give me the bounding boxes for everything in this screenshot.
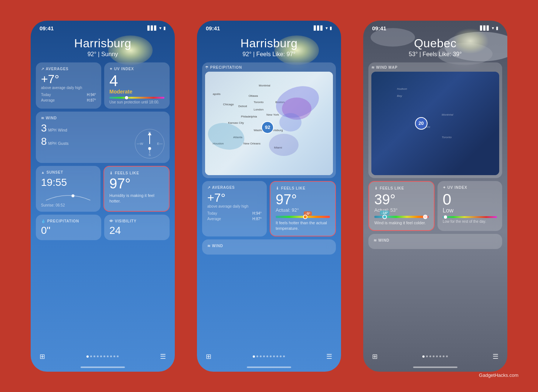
map-icon-2[interactable]: ⊞ [206, 352, 211, 361]
dot-5[interactable] [100, 355, 102, 357]
list-icon-3[interactable]: ☰ [493, 352, 498, 361]
precip-value-1: 0" [41, 225, 96, 236]
page-dots-3 [422, 355, 448, 358]
dot2-2[interactable] [256, 355, 258, 357]
precipitation-widget-1: 💧 PRECIPITATION 0" [36, 215, 101, 240]
map-label-montreal: Montréal [259, 84, 270, 87]
eye-icon-1: 👁 [109, 219, 113, 223]
dot3-4[interactable] [433, 355, 435, 357]
wind-map-inner-3: Hudson Bay Montréal Toronto Quebec 20 [371, 72, 499, 175]
dot-8[interactable] [110, 355, 112, 357]
uv-widget-1: ✦ UV INDEX 4 Moderate Use sun protection… [104, 62, 170, 109]
visibility-widget-1: 👁 VISIBILITY 24 [104, 215, 170, 240]
dot2-7[interactable] [273, 355, 275, 357]
feels-desc-1: Humidity is making it feel hotter. [109, 193, 164, 204]
uv-value-3: 0 [443, 192, 497, 207]
map-label-inapolis: apolis [213, 92, 221, 96]
dot-7[interactable] [107, 355, 109, 357]
avg-value-1: +7° [41, 73, 96, 85]
dot3-3[interactable] [429, 355, 431, 357]
phone-2: 09:41 ▋▋▋ ▾ ▮ Harrisburg 92° | Feels Lik… [197, 21, 341, 372]
map-icon-1[interactable]: ⊞ [40, 352, 45, 361]
city-temp-3: 53° | Feels Like: 39° [371, 51, 500, 58]
dot2-5[interactable] [266, 355, 268, 357]
map-label-chicago: Chicago [223, 103, 234, 106]
dot3-1[interactable] [422, 355, 425, 358]
averages-widget-2: ↗ AVERAGES +7° above average daily high … [202, 181, 267, 237]
avg-row-today: Today H:94° [41, 93, 96, 97]
status-time-3: 09:41 [372, 25, 386, 31]
map-label-philly: Philadelphia [241, 115, 257, 118]
feels-value-1: 97° [109, 177, 164, 191]
dot-6[interactable] [103, 355, 105, 357]
feels-bar-2: ↑5° [276, 216, 330, 218]
dot2-6[interactable] [270, 355, 272, 357]
list-icon-2[interactable]: ☰ [326, 352, 332, 361]
wind-label-1: ≋ WIND [41, 116, 164, 120]
wm-hudson: Hudson [397, 87, 407, 91]
vis-value-1: 24 [109, 225, 164, 236]
avg-value-2: +7° [207, 192, 262, 204]
bottom-nav-3: ⊞ ☰ [363, 350, 507, 365]
dot-4[interactable] [97, 355, 99, 357]
status-icons-1: ▋▋▋ ▾ ▮ [147, 25, 166, 31]
dot-2[interactable] [90, 355, 92, 357]
map-label-toronto: Toronto [253, 100, 263, 104]
city-temp-2: 92° | Feels Like: 97° [204, 51, 334, 58]
wind-map-icon: ≋ [371, 65, 375, 69]
avg-label-2: ↗ AVERAGES [207, 185, 262, 190]
dot2-10[interactable] [283, 355, 285, 357]
wind-label-3: ≋ WIND [374, 238, 497, 242]
wm-bay: Bay [397, 94, 402, 98]
signal-icon-3: ▋▋▋ [480, 25, 490, 31]
signal-icon-2: ▋▋▋ [314, 25, 324, 31]
feels-value-3: 39° [374, 192, 429, 207]
feels-value-2: 97° [276, 192, 330, 207]
dot-1[interactable] [86, 355, 89, 358]
uv-widget-3: ✦ UV INDEX 0 Low Low for the rest of the… [437, 181, 502, 231]
map-inner-2: Montréal Ottawa Toronto Boston apolis Ch… [205, 72, 333, 175]
wind-map-label: ≋ WIND MAP [371, 65, 499, 69]
page-dots-2 [253, 355, 285, 358]
dot2-1[interactable] [253, 355, 255, 358]
dot2-9[interactable] [280, 355, 282, 357]
compass-circle-1: N S —W E— [135, 129, 164, 158]
widgets-3: ≋ WIND MAP Hudson Bay Montréal Toronto Q… [363, 59, 507, 350]
precip-blob-5 [269, 134, 299, 156]
dot2-4[interactable] [263, 355, 265, 357]
wind-icon-3: ≋ [374, 238, 377, 242]
phone-1: 09:41 ▋▋▋ ▾ ▮ Harrisburg 92° | Sunny ↗ A… [31, 21, 175, 372]
dot2-8[interactable] [276, 355, 278, 357]
temp-bubble-2: 92 [261, 121, 274, 134]
city-name-1: Harrisburg [38, 37, 167, 50]
dot3-6[interactable] [439, 355, 441, 357]
uv-bar-3 [443, 216, 497, 218]
thermometer-icon-2: 🌡 [276, 186, 280, 190]
dot3-2[interactable] [426, 355, 428, 357]
feels-label-3: 🌡 FEELS LIKE [374, 186, 429, 190]
feels-label-1: 🌡 FEELS LIKE [109, 171, 164, 175]
dot-10[interactable] [117, 355, 119, 357]
watermark: GadgetHacks.com [479, 372, 518, 378]
widget-row-sunset: ▲ SUNSET 19:55 Sunrise: 06:52 🌡 FEELS LI… [36, 166, 170, 212]
wind-partial-3: ≋ WIND [368, 234, 502, 249]
dot3-7[interactable] [443, 355, 445, 357]
chart-icon-1: ↗ [41, 67, 44, 71]
list-icon-1[interactable]: ☰ [160, 352, 166, 361]
dot3-5[interactable] [436, 355, 438, 357]
widget-row-feels-uv: 🌡 FEELS LIKE 39° Actual: 53° ↓14° Wind i… [368, 181, 502, 231]
wind-icon-1: ≋ [41, 116, 44, 120]
battery-icon-2: ▮ [330, 25, 332, 31]
avg-desc-2: above average daily high [207, 204, 262, 208]
dot3-8[interactable] [446, 355, 448, 357]
precip-map-widget: ☂ PRECIPITATION Montréal Ottawa Toronto … [202, 62, 336, 178]
wm-montreal: Montréal [442, 113, 453, 116]
map-icon-3[interactable]: ⊞ [372, 352, 378, 361]
feels-label-2: 🌡 FEELS LIKE [276, 186, 330, 190]
dot-9[interactable] [113, 355, 115, 357]
city-name-3: Quebec [371, 37, 500, 50]
wind-label-2: ≋ WIND [207, 244, 331, 248]
dot2-3[interactable] [260, 355, 262, 357]
cold-bar-right-indicator [423, 215, 428, 219]
dot-3[interactable] [93, 355, 95, 357]
